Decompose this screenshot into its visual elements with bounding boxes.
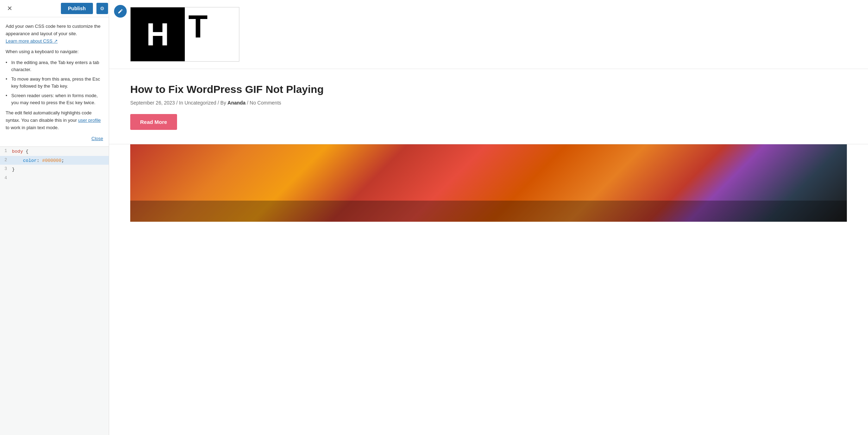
keyboard-tip-2: To move away from this area, press the E…	[6, 76, 103, 89]
post-by-label: By	[220, 100, 226, 106]
keyboard-tips-list: In the editing area, the Tab key enters …	[6, 59, 103, 106]
post-section: How to Fix WordPress GIF Not Playing Sep…	[109, 69, 868, 144]
post-date: September 26, 2023	[130, 100, 175, 106]
user-profile-link[interactable]: user profile	[78, 118, 101, 123]
line-number-3: 3	[0, 165, 11, 174]
autumn-trees-image	[130, 144, 847, 222]
close-button[interactable]: ✕	[4, 3, 15, 14]
site-logo-container: H T	[109, 0, 868, 69]
keyboard-tip-3: Screen reader users: when in forms mode,…	[6, 92, 103, 106]
post-meta-separator-1: /	[176, 100, 179, 106]
code-line-3: 3 }	[0, 165, 109, 174]
image-section	[109, 144, 868, 222]
logo-right-half: T	[185, 7, 239, 61]
keyboard-heading: When using a keyboard to navigate:	[6, 48, 103, 56]
left-panel: ✕ Publish ⚙ Add your own CSS code here t…	[0, 0, 109, 435]
post-meta-separator-2: /	[218, 100, 220, 106]
edit-field-note: The edit field automatically highlights …	[6, 109, 103, 131]
read-more-button[interactable]: Read More	[130, 114, 177, 130]
publish-button[interactable]: Publish	[61, 3, 93, 14]
line-code-2: color: #000000;	[11, 156, 109, 165]
post-category-label: In	[179, 100, 183, 106]
post-author: Ananda	[227, 100, 245, 106]
line-number-4: 4	[0, 174, 11, 182]
line-code-4	[11, 174, 109, 182]
keyboard-tip-1: In the editing area, the Tab key enters …	[6, 59, 103, 73]
line-number-1: 1	[0, 147, 11, 156]
logo-left-half: H	[131, 7, 185, 61]
code-line-1: 1 body {	[0, 147, 109, 156]
close-info-link[interactable]: Close	[6, 135, 103, 143]
code-line-4: 4	[0, 174, 109, 182]
post-category: Uncategorized	[184, 100, 216, 106]
line-code-3: }	[11, 165, 109, 174]
edit-icon-button[interactable]	[114, 5, 127, 18]
logo-t-letter: T	[188, 11, 208, 43]
top-bar: ✕ Publish ⚙	[0, 0, 109, 17]
post-meta: September 26, 2023 / In Uncategorized / …	[130, 100, 857, 106]
info-section: Add your own CSS code here to customize …	[0, 17, 109, 147]
logo-h-letter: H	[146, 19, 169, 50]
css-code-editor[interactable]: 1 body { 2 color: #000000; 3 } 4	[0, 147, 109, 435]
line-number-2: 2	[0, 156, 11, 165]
pencil-icon	[118, 8, 123, 14]
gear-button[interactable]: ⚙	[96, 3, 108, 14]
post-comments: No Comments	[250, 100, 281, 106]
post-title: How to Fix WordPress GIF Not Playing	[130, 83, 857, 96]
learn-more-link[interactable]: Learn more about CSS ↗	[6, 38, 58, 44]
site-logo: H T	[130, 7, 239, 62]
css-description: Add your own CSS code here to customize …	[6, 23, 103, 45]
right-panel: H T How to Fix WordPress GIF Not Playing…	[109, 0, 868, 435]
code-line-2: 2 color: #000000;	[0, 156, 109, 165]
line-code-1: body {	[11, 147, 109, 156]
